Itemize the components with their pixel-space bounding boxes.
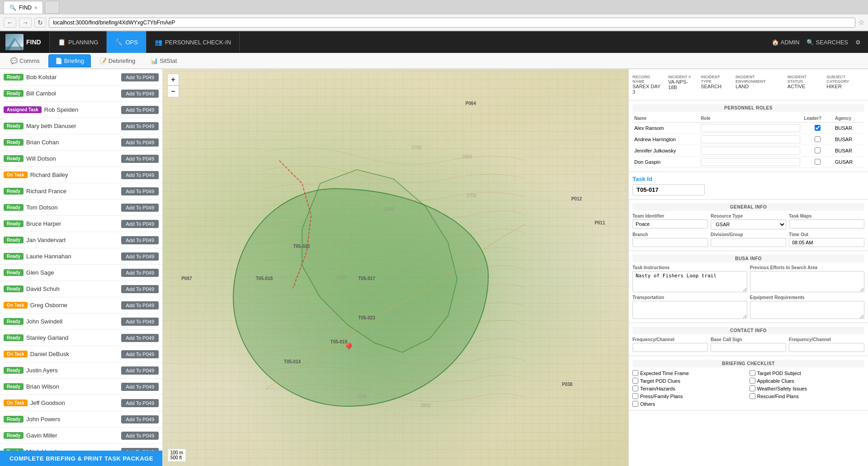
scale-100m: 100 m	[170, 450, 183, 455]
base-call-sign-input[interactable]	[711, 343, 786, 352]
role-input[interactable]	[701, 135, 800, 143]
checklist-checkbox-applicable_clues[interactable]	[750, 378, 755, 384]
nav-tab-ops[interactable]: 🔧 OPS	[107, 31, 146, 53]
role-input[interactable]	[701, 147, 800, 155]
add-to-task-btn[interactable]: Add To P049	[121, 285, 159, 293]
add-to-task-btn[interactable]: Add To P049	[121, 252, 159, 261]
add-to-task-btn[interactable]: Add To P049	[121, 204, 159, 212]
svg-text:2700: 2700	[411, 145, 422, 150]
prev-efforts-input[interactable]	[750, 271, 865, 292]
add-to-task-btn[interactable]: Add To P049	[121, 318, 159, 326]
add-to-task-btn[interactable]: Add To P049	[121, 350, 159, 358]
forward-btn[interactable]: →	[19, 18, 32, 28]
division-input[interactable]	[711, 238, 786, 247]
freq-channel-input[interactable]	[632, 343, 708, 352]
add-to-task-btn[interactable]: Add To P049	[121, 187, 159, 195]
add-to-task-btn[interactable]: Add To P049	[121, 432, 159, 440]
add-to-task-btn[interactable]: Add To P049	[121, 122, 159, 130]
freq-channel2-input[interactable]	[789, 343, 864, 352]
sub-tab-sitstat[interactable]: 📊 SitStat	[144, 54, 184, 67]
task-maps-input[interactable]	[789, 219, 864, 228]
reload-btn[interactable]: ↻	[34, 18, 46, 28]
browser-tab-new[interactable]	[45, 1, 59, 14]
nav-tab-personnel[interactable]: 👥 PERSONNEL CHECK-IN	[146, 31, 240, 53]
subject-cat-value: HIKER	[826, 84, 864, 89]
checklist-checkbox-terrain_hazards[interactable]	[632, 385, 638, 391]
record-name-field: RECORD NAME SAREX DAY 3	[632, 75, 661, 95]
division-label: Division/Group	[711, 232, 786, 237]
list-item: Ready Mary beth Danuser Add To P049	[0, 118, 162, 134]
busa-row2: Transportation Equipment Requirements	[632, 295, 864, 319]
list-item: Ready Tom Dotson Add To P049	[0, 200, 162, 216]
role-name: Jennifer Julkowsky	[632, 145, 699, 157]
checklist-checkbox-weather_safety[interactable]	[750, 385, 755, 391]
address-bar[interactable]	[49, 18, 855, 28]
add-to-task-btn[interactable]: Add To P049	[121, 236, 159, 244]
task-id-input[interactable]	[632, 184, 705, 195]
searches-link[interactable]: 🔍 SEARCHES	[807, 39, 848, 46]
checklist-grid: Expected Time Frame Target POD Subject T…	[632, 370, 864, 407]
tab-close-btn[interactable]: ×	[34, 5, 37, 10]
checklist-checkbox-others[interactable]	[632, 401, 638, 407]
resource-type-select[interactable]: GSAR HELO K9	[711, 219, 786, 229]
leader-checkbox[interactable]	[815, 159, 821, 165]
add-to-task-btn[interactable]: Add To P049	[121, 73, 159, 81]
add-to-task-btn[interactable]: Add To P049	[121, 220, 159, 228]
map-area: 2700 2800 2700 2800 2100 2700 2800 P064 …	[163, 69, 628, 466]
checklist-checkbox-target_pod_clues[interactable]	[632, 378, 638, 384]
map-label-t05017: T05-017	[359, 276, 375, 281]
add-to-task-btn[interactable]: Add To P049	[121, 138, 159, 147]
add-to-task-btn[interactable]: Add To P049	[121, 106, 159, 114]
browser-tab-find[interactable]: 🔍 FIND ×	[4, 1, 43, 14]
sub-tab-comms[interactable]: 💬 Comms	[4, 54, 47, 67]
leader-checkbox[interactable]	[815, 136, 821, 142]
add-to-task-btn[interactable]: Add To P049	[121, 415, 159, 423]
leader-checkbox[interactable]	[815, 125, 821, 131]
checklist-checkbox-expected_time[interactable]	[632, 370, 638, 376]
person-name: Gavin Miller	[26, 432, 57, 439]
add-to-task-btn[interactable]: Add To P049	[121, 171, 159, 179]
add-to-task-btn[interactable]: Add To P049	[121, 269, 159, 277]
settings-link[interactable]: ⚙	[855, 39, 861, 46]
back-btn[interactable]: ←	[4, 18, 16, 28]
checklist-checkbox-rescue_find[interactable]	[750, 393, 755, 399]
person-left: Ready Glen Sage	[4, 269, 54, 276]
incident-status-label: INCIDENT STATUS	[788, 75, 820, 84]
status-badge: Ready	[4, 285, 24, 292]
zoom-in-btn[interactable]: +	[167, 74, 179, 86]
branch-input[interactable]	[632, 238, 708, 247]
add-to-task-btn[interactable]: Add To P049	[121, 155, 159, 163]
time-out-input[interactable]	[789, 238, 864, 247]
team-identifier-input[interactable]	[632, 219, 708, 228]
role-name: Alex Ransom	[632, 123, 699, 134]
add-to-task-btn[interactable]: Add To P049	[121, 90, 159, 98]
complete-briefing-btn[interactable]: COMPLETE BRIEFING & PRINT TASK PACKAGE	[0, 451, 163, 466]
checklist-checkbox-target_pod_subject[interactable]	[750, 370, 755, 376]
status-badge: Ready	[4, 383, 24, 390]
task-instructions-input[interactable]: Nasty of Fishers Loop trail	[632, 271, 747, 292]
sub-tab-debriefing[interactable]: 📝 Debriefing	[93, 54, 142, 67]
list-item: Ready Brian Wilson Add To P049	[0, 379, 162, 395]
checklist-checkbox-press_family[interactable]	[632, 393, 638, 399]
checklist-item: Applicable Clues	[750, 378, 865, 384]
admin-link[interactable]: 🏠 ADMIN	[772, 39, 800, 46]
add-to-task-btn[interactable]: Add To P049	[121, 301, 159, 309]
nav-tab-planning[interactable]: 📋 PLANNING	[50, 31, 107, 53]
briefing-panel: RECORD NAME SAREX DAY 3 INCIDENT # VA-NP…	[628, 69, 868, 466]
person-name: Richard France	[26, 188, 66, 195]
bookmark-icon[interactable]: ☆	[858, 18, 864, 27]
app-header: FIND 📋 PLANNING 🔧 OPS 👥 PERSONNEL CHECK-…	[0, 31, 868, 53]
person-left: Ready Brian Cohan	[4, 139, 59, 146]
add-to-task-btn[interactable]: Add To P049	[121, 399, 159, 407]
role-input[interactable]	[701, 124, 800, 132]
equipment-req-input[interactable]	[750, 301, 865, 319]
sub-tab-briefing[interactable]: 📄 Briefing	[48, 54, 91, 67]
zoom-out-btn[interactable]: −	[167, 86, 179, 97]
equipment-req-label: Equipment Requirements	[750, 295, 865, 300]
transportation-input[interactable]	[632, 301, 747, 319]
add-to-task-btn[interactable]: Add To P049	[121, 334, 159, 342]
add-to-task-btn[interactable]: Add To P049	[121, 383, 159, 391]
role-input[interactable]	[701, 158, 800, 166]
add-to-task-btn[interactable]: Add To P049	[121, 366, 159, 375]
leader-checkbox[interactable]	[815, 147, 821, 153]
